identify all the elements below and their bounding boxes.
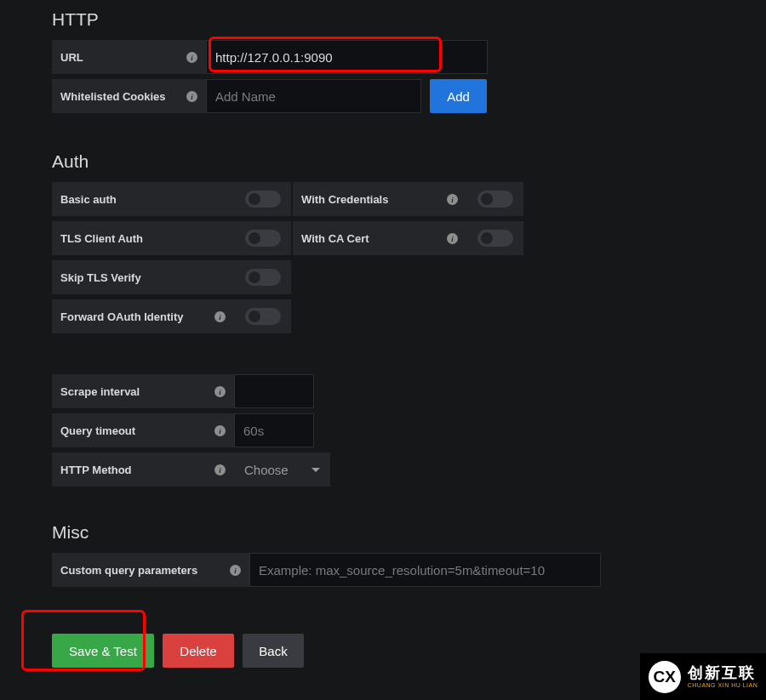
basic-auth-toggle[interactable] bbox=[245, 191, 281, 208]
info-icon[interactable]: i bbox=[186, 91, 197, 102]
info-icon[interactable]: i bbox=[186, 52, 197, 63]
watermark: CX 创新互联 CHUANG XIN HU LIAN bbox=[640, 653, 766, 700]
chevron-down-icon bbox=[312, 468, 320, 472]
custom-params-label: Custom query parameters i bbox=[52, 553, 249, 587]
info-icon[interactable]: i bbox=[447, 194, 458, 205]
save-test-button[interactable]: Save & Test bbox=[52, 634, 154, 668]
url-label: URL i bbox=[52, 40, 206, 74]
with-ca-cert-label: With CA Cert i bbox=[293, 221, 466, 255]
watermark-logo-icon: CX bbox=[649, 661, 681, 693]
cookies-input[interactable] bbox=[206, 79, 421, 113]
delete-button[interactable]: Delete bbox=[163, 634, 234, 668]
http-method-select[interactable]: Choose bbox=[234, 452, 330, 487]
skip-tls-verify-label: Skip TLS Verify bbox=[52, 260, 234, 294]
add-button[interactable]: Add bbox=[430, 79, 487, 113]
with-ca-cert-toggle[interactable] bbox=[477, 230, 513, 247]
info-icon[interactable]: i bbox=[214, 464, 226, 475]
watermark-line1: 创新互联 bbox=[688, 665, 758, 682]
forward-oauth-toggle[interactable] bbox=[245, 308, 281, 325]
query-timeout-input[interactable] bbox=[234, 413, 314, 447]
custom-params-input[interactable] bbox=[249, 553, 601, 587]
forward-oauth-label: Forward OAuth Identity i bbox=[52, 299, 234, 333]
tls-client-auth-label: TLS Client Auth bbox=[52, 221, 234, 255]
basic-auth-label: Basic auth bbox=[52, 182, 234, 216]
query-timeout-label: Query timeout i bbox=[52, 413, 234, 447]
url-input[interactable] bbox=[206, 40, 488, 74]
scrape-interval-label: Scrape interval i bbox=[52, 374, 234, 408]
scrape-interval-input[interactable] bbox=[234, 374, 314, 408]
with-credentials-toggle[interactable] bbox=[477, 191, 513, 208]
info-icon[interactable]: i bbox=[447, 233, 458, 244]
info-icon[interactable]: i bbox=[214, 386, 226, 397]
info-icon[interactable]: i bbox=[214, 425, 226, 436]
auth-section-title: Auth bbox=[52, 151, 766, 172]
http-section-title: HTTP bbox=[52, 9, 766, 30]
watermark-line2: CHUANG XIN HU LIAN bbox=[688, 682, 758, 689]
tls-client-auth-toggle[interactable] bbox=[245, 230, 281, 247]
cookies-label: Whitelisted Cookies i bbox=[52, 79, 206, 113]
http-method-label: HTTP Method i bbox=[52, 452, 234, 487]
info-icon[interactable]: i bbox=[214, 311, 226, 322]
with-credentials-label: With Credentials i bbox=[293, 182, 466, 216]
back-button[interactable]: Back bbox=[243, 634, 304, 668]
skip-tls-verify-toggle[interactable] bbox=[245, 269, 281, 286]
info-icon[interactable]: i bbox=[230, 565, 241, 576]
misc-section-title: Misc bbox=[52, 522, 766, 543]
